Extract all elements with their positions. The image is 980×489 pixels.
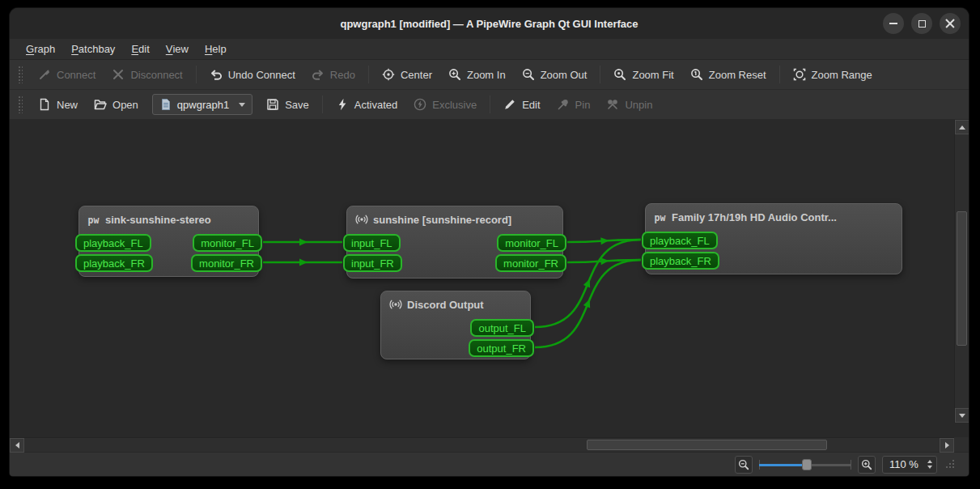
window-resize-grip[interactable] (945, 459, 956, 470)
toolbar-button-label: Exclusive (432, 99, 477, 111)
node-title-sunshine: sunshine [sunshine-record] (347, 206, 562, 226)
toolbar-button-label: Unpin (625, 99, 652, 111)
scroll-down-button[interactable] (955, 408, 969, 423)
zoom-percent-spinbox[interactable]: 110 % (882, 456, 937, 474)
port-monitor-fr[interactable]: monitor_FR (495, 254, 566, 272)
toolbar-button-new[interactable]: New (31, 94, 85, 115)
menu-view[interactable]: View (158, 39, 197, 59)
menu-help[interactable]: Help (197, 39, 235, 59)
toolbar-button-edit[interactable]: Edit (496, 94, 547, 115)
node-title-discord-output: Discord Output (381, 291, 530, 311)
minimize-button[interactable] (883, 13, 904, 34)
spinbox-arrows[interactable] (923, 460, 936, 469)
toolbar-separator (490, 96, 490, 113)
save-icon (266, 98, 279, 111)
node-title: sink-sunshine-stereo (105, 214, 211, 226)
vertical-scrollbar[interactable] (954, 120, 969, 423)
port-playback-fl[interactable]: playback_FL (75, 234, 151, 252)
scroll-up-button[interactable] (955, 120, 969, 134)
node-sunshine[interactable]: sunshine [sunshine-record]input_FLinput_… (346, 206, 563, 279)
toolbar-button-undo-connect[interactable]: Undo Connect (202, 64, 303, 85)
slider-fill (759, 464, 807, 466)
toolbar-button-zoom-out[interactable]: Zoom Out (515, 64, 595, 85)
toolbar-button-label: Zoom Fit (632, 69, 673, 81)
port-monitor-fr[interactable]: monitor_FR (191, 254, 262, 272)
pin-icon (557, 98, 570, 111)
toolbar-button-label: Save (285, 99, 309, 111)
slider-handle[interactable] (802, 459, 812, 470)
scroll-right-button[interactable] (940, 438, 954, 453)
scroll-left-button[interactable] (10, 438, 24, 453)
port-input-fl[interactable]: input_FL (343, 234, 401, 252)
bolt-circle-icon (414, 98, 426, 111)
zoom-out-button[interactable] (735, 456, 753, 474)
graph-view: sink-sunshine-stereoplayback_FLplayback_… (10, 120, 969, 452)
toolbar-button-label: Zoom Out (541, 69, 588, 81)
node-discord-output[interactable]: Discord Outputoutput_FLoutput_FR (380, 291, 531, 359)
zoom-range-icon (793, 68, 806, 81)
menu-patchbay[interactable]: Patchbay (63, 39, 123, 59)
toolbar-separator (322, 96, 323, 113)
connection-arrow-icon (299, 259, 308, 266)
toolbar-button-pin: Pin (549, 94, 598, 115)
toolbar-drag-handle[interactable] (18, 66, 23, 83)
toolbar-drag-handle[interactable] (18, 96, 23, 113)
port-playback-fr[interactable]: playback_FR (642, 252, 719, 270)
status-bar: 110 % (10, 452, 969, 476)
menu-edit[interactable]: Edit (123, 39, 157, 59)
unpin-icon (606, 98, 619, 111)
toolbar-button-label: Zoom In (467, 69, 506, 81)
port-output-fl[interactable]: output_FL (470, 319, 534, 337)
toolbar-button-zoom-in[interactable]: Zoom In (441, 64, 513, 85)
toolbar-button-activated[interactable]: Activated (329, 94, 405, 115)
new-icon (38, 98, 51, 111)
zoom-fit-icon (613, 68, 626, 81)
toolbar-button-center[interactable]: Center (375, 64, 439, 85)
toolbar-button-zoom-range[interactable]: Zoom Range (786, 64, 880, 85)
zoom-out-icon (522, 68, 535, 81)
toolbar-separator (779, 66, 780, 83)
port-playback-fr[interactable]: playback_FR (75, 254, 153, 272)
port-output-fr[interactable]: output_FR (469, 339, 534, 357)
toolbar-button-zoom-reset[interactable]: Zoom Reset (683, 64, 774, 85)
open-icon (94, 98, 107, 111)
vertical-scrollbar-thumb[interactable] (957, 211, 967, 346)
toolbar-button-save[interactable]: Save (259, 94, 316, 115)
patchbay-toolbar: NewOpenqpwgraph1SaveActivatedExclusiveEd… (10, 90, 969, 120)
toolbar-button-exclusive: Exclusive (406, 94, 484, 115)
connections-layer (10, 120, 954, 437)
connection-arrow-icon (600, 237, 609, 245)
zoom-in-icon (448, 68, 461, 81)
toolbar-separator (196, 66, 197, 83)
disconnect-icon (112, 68, 125, 81)
port-monitor-fl[interactable]: monitor_FL (193, 234, 262, 252)
maximize-button[interactable] (911, 13, 932, 34)
node-title-family-audio: Family 17h/19h HD Audio Contr... (646, 204, 902, 223)
horizontal-scrollbar[interactable] (10, 437, 954, 452)
bolt-icon (336, 98, 349, 111)
port-input-fr[interactable]: input_FR (343, 254, 402, 272)
menu-graph[interactable]: Graph (18, 39, 63, 59)
node-title: sunshine [sunshine-record] (373, 214, 511, 226)
title-bar[interactable]: qpwgraph1 [modified] — A PipeWire Graph … (10, 8, 969, 39)
close-button[interactable] (940, 13, 961, 34)
toolbar-button-open[interactable]: Open (87, 94, 146, 115)
zoom-slider[interactable] (759, 457, 851, 472)
node-sink-sunshine-stereo[interactable]: sink-sunshine-stereoplayback_FLplayback_… (78, 206, 259, 277)
graph-canvas[interactable]: sink-sunshine-stereoplayback_FLplayback_… (10, 120, 954, 437)
session-combobox[interactable]: qpwgraph1 (152, 94, 252, 115)
toolbar-button-label: Zoom Range (812, 69, 872, 81)
spin-down-icon (927, 466, 932, 469)
toolbar-button-zoom-fit[interactable]: Zoom Fit (606, 64, 681, 85)
connection-arrow-icon (583, 278, 593, 288)
horizontal-scrollbar-thumb[interactable] (587, 440, 827, 450)
toolbar-separator (368, 66, 369, 83)
chevron-down-icon (239, 103, 245, 107)
port-playback-fl[interactable]: playback_FL (642, 232, 718, 249)
maximize-icon (918, 20, 926, 28)
close-icon (945, 19, 955, 28)
toolbar-button-label: Connect (57, 69, 95, 81)
port-monitor-fl[interactable]: monitor_FL (497, 234, 566, 252)
node-family-audio[interactable]: Family 17h/19h HD Audio Contr...playback… (645, 203, 902, 274)
zoom-in-button[interactable] (858, 456, 876, 474)
